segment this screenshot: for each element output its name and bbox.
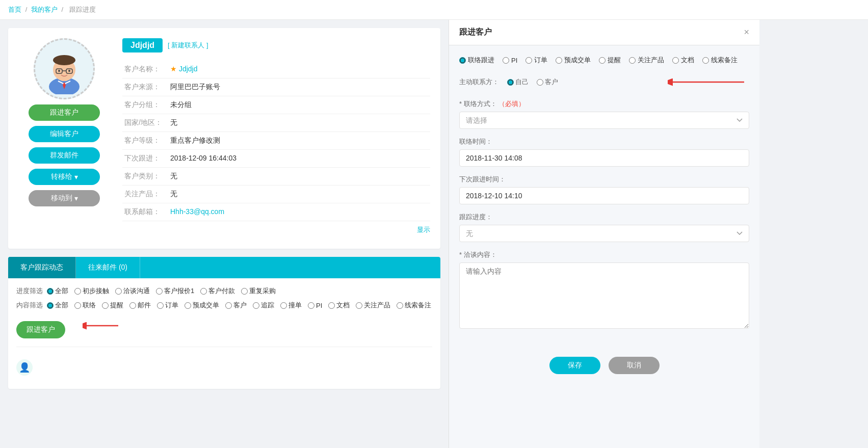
radio-pre-deal-type[interactable]: 预成交单 [556,56,591,65]
type-radio-row: 联络跟进 PI 订单 预成交单 提醒 [459,56,749,65]
panel-body: 联络跟进 PI 订单 预成交单 提醒 [449,45,759,349]
customer-card: 跟进客户 编辑客户 群发邮件 转移给 ▾ 移动到 ▾ Jdjdjd [ 新建联系… [8,28,440,249]
radio-collision[interactable]: 撞单 [280,301,302,310]
table-row: 客户来源： 阿里巴巴子账号 [122,78,430,96]
radio-all-content[interactable]: 全部 [47,301,68,310]
radio-all-progress[interactable]: 全部 [47,286,68,296]
field-label: 客户名称： [122,61,168,78]
table-row: 客户等级： 重点客户修改测 [122,132,430,150]
field-label: 客户分组： [122,96,168,114]
svg-point-8 [68,70,70,72]
contact-method-select[interactable]: 请选择 [459,112,749,129]
svg-point-7 [58,70,60,72]
breadcrumb-home[interactable]: 首页 [8,6,21,13]
field-label: 客户等级： [122,132,168,150]
radio-customer[interactable]: 客户 [225,301,247,310]
edit-customer-button[interactable]: 编辑客户 [29,126,100,142]
radio-doc-type[interactable]: 文档 [672,56,694,65]
field-label: 国家/地区： [122,114,168,132]
follow-customer-btn-tab[interactable]: 跟进客户 [16,321,65,338]
tab-customer-tracking[interactable]: 客户跟踪动态 [8,257,76,278]
cancel-button[interactable]: 取消 [609,357,660,374]
field-value: 无 [168,186,430,203]
content-filter-row: 内容筛选 全部 联络 提醒 [16,301,432,310]
radio-track[interactable]: 追踪 [253,301,274,310]
avatar [34,38,95,99]
radio-focus-product-type[interactable]: 关注产品 [629,56,664,65]
panel-footer: 保存 取消 [449,349,759,382]
save-button[interactable]: 保存 [549,357,600,374]
arrow-wrapper [566,73,749,91]
right-panel: 跟进客户 × 联络跟进 PI 订单 预成交单 [449,20,759,448]
panel-title: 跟进客户 [459,27,492,38]
chevron-down-icon: ▾ [74,173,78,181]
radio-repeat[interactable]: 重复采购 [241,286,276,296]
field-value: 无 [168,114,430,132]
radio-email[interactable]: 邮件 [129,301,151,310]
mass-email-button[interactable]: 群发邮件 [29,147,100,164]
talk-content-section: * 洽谈内容： [459,250,749,330]
follow-customer-button[interactable]: 跟进客户 [29,104,100,121]
table-row: 客户类别： 无 [122,168,430,186]
radio-order[interactable]: 订单 [157,301,178,310]
radio-initial[interactable]: 初步接触 [74,286,109,296]
breadcrumb-sep2: / [62,6,64,13]
svg-point-3 [53,55,75,65]
radio-customer-contact[interactable]: 客户 [537,77,558,87]
radio-pre-deal[interactable]: 预成交单 [185,301,219,310]
red-arrow-icon [83,318,123,333]
field-label: 客户类别： [122,168,168,186]
radio-quote[interactable]: 客户报价1 [156,286,194,296]
tabs-section: 客户跟踪动态 往来邮件 (0) 进度筛选 全部 初步接触 [8,257,440,389]
radio-payment[interactable]: 客户付款 [200,286,235,296]
red-arrow-right-panel [668,73,749,91]
breadcrumb: 首页 / 我的客户 / 跟踪进度 [0,0,868,20]
next-follow-input[interactable] [459,187,749,204]
chevron-down-icon: ▾ [74,194,78,202]
talk-content-textarea[interactable] [459,262,749,329]
breadcrumb-my-customers[interactable]: 我的客户 [31,6,58,13]
avatar-section: 跟进客户 编辑客户 群发邮件 转移给 ▾ 移动到 ▾ [18,38,110,239]
radio-follow-track[interactable]: 联络跟进 [459,56,494,65]
close-icon[interactable]: × [744,27,749,38]
content-radio-group: 全部 联络 提醒 邮件 [47,301,431,310]
customer-name-badge: Jdjdjd [122,38,163,52]
contact-time-section: 联络时间： [459,137,749,167]
radio-reminder[interactable]: 提醒 [102,301,123,310]
tab-emails[interactable]: 往来邮件 (0) [76,257,140,278]
progress-filter-label: 进度筛选 [16,286,43,296]
breadcrumb-sep1: / [25,6,28,13]
talk-content-label: * 洽谈内容： [459,250,749,259]
progress-select[interactable]: 无 [459,225,749,242]
radio-contact[interactable]: 联络 [74,301,96,310]
field-value: 重点客户修改测 [168,132,430,150]
progress-label: 跟踪进度： [459,213,749,222]
field-label: 客户来源： [122,78,168,96]
radio-pi[interactable]: PI [308,302,322,309]
field-label: 下次跟进： [122,150,168,168]
next-follow-section: 下次跟进时间： [459,175,749,204]
show-more-link[interactable]: 显示 [122,221,430,239]
transfer-button[interactable]: 转移给 ▾ [29,169,100,185]
radio-lead-note-type[interactable]: 线索备注 [702,56,738,65]
main-contact-label: 主动联系方： [459,77,499,87]
field-value: 无 [168,168,430,186]
radio-lead-note[interactable]: 线索备注 [397,301,431,310]
field-value: 未分组 [168,96,430,114]
next-follow-label: 下次跟进时间： [459,175,749,184]
move-button[interactable]: 移动到 ▾ [29,190,100,206]
radio-pi[interactable]: PI [503,57,517,64]
panel-header: 跟进客户 × [449,20,759,45]
breadcrumb-current: 跟踪进度 [69,6,96,13]
radio-negotiate[interactable]: 洽谈沟通 [115,286,150,296]
radio-self[interactable]: 自己 [507,77,529,87]
contact-time-input[interactable] [459,149,749,167]
table-row: 关注产品： 无 [122,186,430,203]
radio-focus-product[interactable]: 关注产品 [356,301,390,310]
main-contact-row: 主动联系方： 自己 客户 [459,73,749,91]
field-value: 阿里巴巴子账号 [168,78,430,96]
radio-doc[interactable]: 文档 [328,301,350,310]
contact-method-label: * 联络方式： （必填） [459,99,749,109]
radio-reminder-type[interactable]: 提醒 [599,56,621,65]
radio-order-type[interactable]: 订单 [525,56,547,65]
